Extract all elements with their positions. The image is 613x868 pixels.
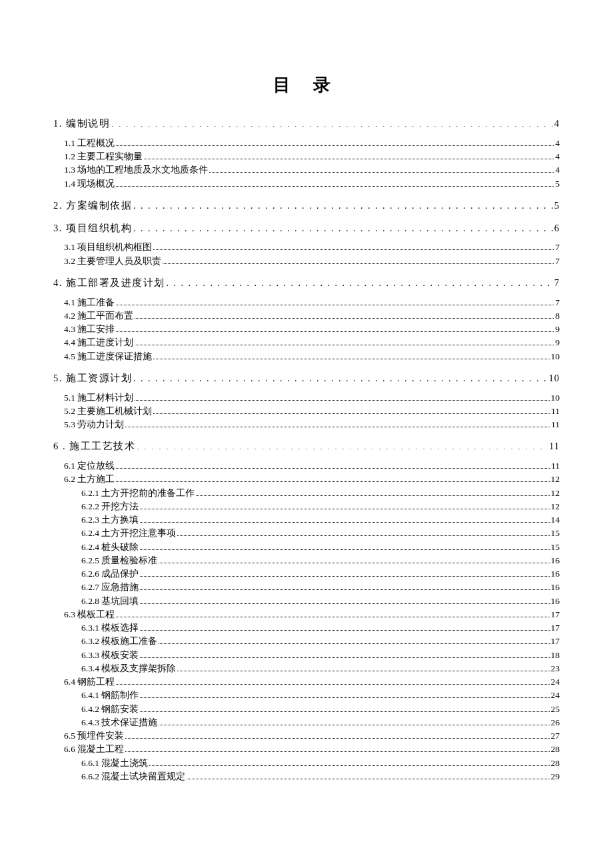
toc-entry: 6.3.4 模板及支撑架拆除23 xyxy=(53,662,560,675)
toc-leader xyxy=(135,345,554,345)
toc-label: 6.2.4 土方开挖注意事项 xyxy=(81,527,176,540)
toc-leader xyxy=(140,522,549,523)
toc-entry: 6.2 土方施工12 xyxy=(53,473,560,486)
toc-page: 9 xyxy=(555,323,560,336)
toc-leader xyxy=(177,535,549,536)
toc-leader xyxy=(111,117,553,127)
toc-entry: 3.1 项目组织机构框图7 xyxy=(53,241,560,254)
toc-label: 6.6.2 混凝土试块留置规定 xyxy=(81,770,185,783)
toc-label: 1. 编制说明 xyxy=(53,117,110,131)
toc-label: 1.2 主要工程实物量 xyxy=(64,150,143,163)
toc-entry: 6.3.2 模板施工准备17 xyxy=(53,635,560,648)
toc-leader xyxy=(159,563,549,563)
toc-label: 5.3 劳动力计划 xyxy=(64,418,124,431)
toc-leader xyxy=(140,657,549,658)
toc-leader xyxy=(159,643,549,644)
toc-page: 7 xyxy=(555,255,560,268)
toc-page: 6 xyxy=(554,221,560,236)
toc-entry: 6.4.2 钢筋安装25 xyxy=(53,703,560,716)
toc-page: 17 xyxy=(551,635,560,648)
toc-entry: 6.2.6 成品保护16 xyxy=(53,567,560,581)
toc-label: 6.4.2 钢筋安装 xyxy=(81,703,139,716)
toc-label: 3. 项目组织机构 xyxy=(53,221,132,236)
toc-entry: 6.6.2 混凝土试块留置规定29 xyxy=(53,770,560,783)
toc-entry: 6.3.1 模板选择17 xyxy=(53,621,560,635)
toc-entry: 6 . 施工工艺技术11 xyxy=(53,439,560,454)
toc-label: 6.2.3 土方换填 xyxy=(81,513,139,527)
toc-label: 6.3.3 模板安装 xyxy=(81,649,139,662)
toc-entry: 5. 施工资源计划10 xyxy=(53,371,560,386)
toc-page: 5 xyxy=(555,177,560,191)
toc-page: 16 xyxy=(551,567,560,581)
toc-label: 6.3 模板工程 xyxy=(64,608,115,621)
toc-leader xyxy=(116,684,549,685)
toc-page: 24 xyxy=(551,689,560,702)
toc-entry: 6.4 钢筋工程24 xyxy=(53,675,560,689)
toc-label: 6.2.2 开挖方法 xyxy=(81,500,139,513)
toc-page: 12 xyxy=(551,500,560,513)
toc-leader xyxy=(135,318,554,319)
toc-entry: 5.3 劳动力计划11 xyxy=(53,418,560,431)
toc-leader xyxy=(125,427,550,427)
toc-entry: 6.1 定位放线11 xyxy=(53,459,560,473)
toc-label: 4.3 施工安排 xyxy=(64,323,115,336)
toc-label: 6.1 定位放线 xyxy=(64,459,115,473)
toc-page: 4 xyxy=(555,163,560,177)
toc-page: 10 xyxy=(551,391,560,405)
toc-entry: 6.4.3 技术保证措施26 xyxy=(53,716,560,729)
toc-leader xyxy=(196,495,549,496)
toc-page: 17 xyxy=(551,621,560,635)
toc-page: 11 xyxy=(551,459,560,473)
toc-page: 17 xyxy=(551,608,560,621)
toc-page: 10 xyxy=(551,350,560,363)
toc-entry: 6.2.5 质量检验标准16 xyxy=(53,554,560,567)
toc-page: 10 xyxy=(549,371,560,386)
toc-leader xyxy=(116,617,549,617)
toc-page: 18 xyxy=(551,649,560,662)
toc-leader xyxy=(135,400,549,401)
toc-entry: 6.2.7 应急措施16 xyxy=(53,581,560,594)
toc-label: 6.4.1 钢筋制作 xyxy=(81,689,139,702)
toc-leader xyxy=(116,331,554,332)
toc-leader xyxy=(177,671,549,671)
toc-page: 26 xyxy=(551,716,560,729)
toc-leader xyxy=(125,751,549,752)
toc-page: 16 xyxy=(551,595,560,608)
toc-leader xyxy=(144,159,554,159)
toc-page: 24 xyxy=(551,675,560,689)
toc-entry: 4.1 施工准备7 xyxy=(53,296,560,309)
toc-label: 1.1 工程概况 xyxy=(64,137,115,150)
toc-page: 7 xyxy=(554,276,560,291)
toc-page: 4 xyxy=(554,117,560,131)
toc-entry: 1.1 工程概况4 xyxy=(53,137,560,150)
toc-page: 29 xyxy=(551,770,560,783)
toc-leader xyxy=(140,630,549,631)
toc-page: 5 xyxy=(554,199,560,213)
toc-entry: 4.5 施工进度保证措施10 xyxy=(53,350,560,363)
toc-page: 7 xyxy=(555,241,560,254)
toc-page: 16 xyxy=(551,554,560,567)
toc-page: 28 xyxy=(551,757,560,770)
toc-page: 28 xyxy=(551,743,560,756)
toc-leader xyxy=(163,263,554,264)
toc-label: 6.2.7 应急措施 xyxy=(81,581,139,594)
toc-entry: 6.2.4 桩头破除15 xyxy=(53,541,560,554)
toc-leader xyxy=(133,199,553,209)
toc-entry: 6.4.1 钢筋制作24 xyxy=(53,689,560,702)
toc-entry: 6.6.1 混凝土浇筑28 xyxy=(53,757,560,770)
toc-leader xyxy=(133,221,553,231)
toc-leader xyxy=(116,468,550,469)
toc-label: 4.2 施工平面布置 xyxy=(64,309,133,323)
toc-leader xyxy=(153,413,550,414)
toc-label: 5. 施工资源计划 xyxy=(53,371,132,386)
toc-page: 25 xyxy=(551,703,560,716)
toc-entry: 4.3 施工安排9 xyxy=(53,323,560,336)
toc-leader xyxy=(140,509,549,509)
toc-entry: 4.4 施工进度计划9 xyxy=(53,336,560,349)
toc-label: 6.2.4 桩头破除 xyxy=(81,541,139,554)
toc-leader xyxy=(125,738,549,739)
toc-page: 12 xyxy=(551,487,560,500)
toc-page: 11 xyxy=(549,439,560,454)
toc-leader xyxy=(133,371,548,381)
toc-page: 14 xyxy=(551,513,560,527)
